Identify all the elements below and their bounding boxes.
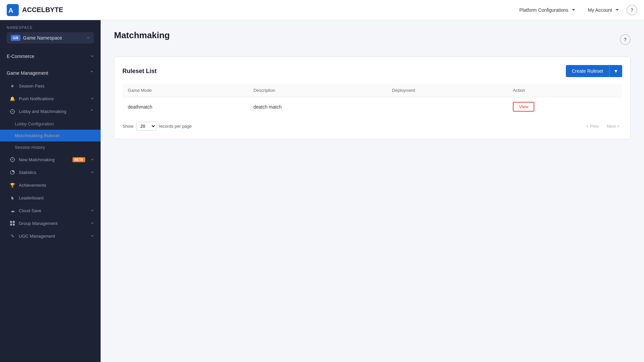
svg-rect-17	[10, 224, 12, 226]
chevron-down-icon	[615, 9, 619, 11]
create-ruleset-dropdown-arrow[interactable]: ▼	[609, 65, 622, 77]
main-content: Matchmaking ? Ruleset List Create Rulese…	[101, 20, 644, 362]
star-icon: ★	[9, 83, 15, 89]
ecommerce-section: E-Commerce	[0, 50, 101, 62]
page-help-button[interactable]: ?	[620, 34, 631, 45]
ruleset-card: Ruleset List Create Ruleset ▼ Game Mode …	[114, 57, 631, 139]
svg-rect-15	[10, 221, 12, 223]
cell-description: deatch match	[248, 97, 386, 117]
sidebar-item-ugc-management[interactable]: ✎ UGC Management	[0, 230, 101, 242]
cell-game-mode: deathmatch	[122, 97, 248, 117]
card-header: Ruleset List Create Ruleset ▼	[122, 65, 622, 77]
sidebar-item-season-pass[interactable]: ★ Season Pass	[0, 79, 101, 92]
cloud-icon: ☁	[9, 207, 15, 214]
sidebar-item-statistics[interactable]: Statistics	[0, 166, 101, 179]
chevron-down-icon	[91, 172, 94, 173]
chevron-down-icon	[91, 223, 94, 224]
chevron-down-icon	[572, 9, 575, 11]
topnav-right: Platform Configurations My Account ?	[514, 4, 637, 16]
prev-button[interactable]: < Prev	[583, 122, 601, 130]
game-management-section: Game Management ⌃ ★ Season Pass 🔔 Push N…	[0, 66, 101, 242]
my-account-dropdown[interactable]: My Account	[583, 4, 624, 16]
sidebar-item-lobby-config[interactable]: Lobby Configuration	[0, 118, 101, 130]
pie-icon	[9, 169, 15, 175]
table-row: deathmatch deatch match View	[122, 97, 622, 117]
sidebar-item-achievements[interactable]: 🏆 Achievements	[0, 179, 101, 191]
card-title: Ruleset List	[122, 68, 157, 75]
grid-icon	[9, 220, 15, 226]
chevron-down-icon	[91, 235, 94, 237]
chevron-down-icon	[91, 159, 94, 161]
chevron-down-icon	[91, 98, 94, 100]
sidebar-item-matchmaking-ruleset[interactable]: Matchmaking Ruleset	[0, 130, 101, 141]
col-description: Description	[248, 84, 386, 97]
bell-icon: 🔔	[9, 96, 15, 102]
crosshair2-icon	[9, 157, 15, 163]
view-button[interactable]: View	[513, 102, 534, 112]
platform-config-dropdown[interactable]: Platform Configurations	[514, 4, 580, 16]
logo-icon: A	[7, 4, 19, 16]
create-ruleset-button[interactable]: Create Ruleset ▼	[566, 65, 622, 77]
logo-text: ACCELBYTE	[22, 6, 63, 14]
sidebar-item-group-management[interactable]: Group Management	[0, 217, 101, 230]
logo[interactable]: A ACCELBYTE	[7, 4, 63, 16]
sidebar-item-game-management[interactable]: Game Management ⌃	[0, 66, 101, 79]
sidebar-item-ecommerce[interactable]: E-Commerce	[0, 50, 101, 62]
pagination-nav: < Prev Next >	[583, 122, 622, 130]
svg-rect-18	[13, 224, 15, 226]
sidebar: NAMESPACE GN Game Namespace E-Commerce G…	[0, 20, 101, 362]
col-deployment: Deployment	[387, 84, 508, 97]
svg-rect-16	[13, 221, 15, 223]
layout: NAMESPACE GN Game Namespace E-Commerce G…	[0, 20, 644, 362]
table-header: Game Mode Description Deployment Action	[122, 84, 622, 97]
beta-badge: BETA	[72, 157, 85, 162]
chevron-down-icon	[91, 56, 94, 57]
cell-action: View	[507, 97, 622, 117]
chevron-down-icon	[91, 210, 94, 212]
sidebar-item-lobby-matchmaking[interactable]: Lobby and Matchmaking ⌃	[0, 105, 101, 118]
namespace-selector[interactable]: GN Game Namespace	[7, 32, 94, 44]
crown-icon: ♞	[9, 195, 15, 201]
ruleset-table: Game Mode Description Deployment Action …	[122, 84, 622, 116]
sidebar-item-new-matchmaking[interactable]: New Matchmaking BETA	[0, 153, 101, 166]
pagination-row: Show 102050100 records per page < Prev N…	[122, 122, 622, 131]
svg-point-13	[12, 159, 13, 160]
svg-point-7	[12, 111, 13, 112]
page-title: Matchmaking	[114, 30, 170, 41]
namespace-chevron-icon	[87, 37, 90, 39]
crosshair-icon	[9, 109, 15, 115]
svg-text:A: A	[8, 7, 13, 14]
sidebar-item-push-notifications[interactable]: 🔔 Push Notifications	[0, 92, 101, 105]
show-label: Show	[122, 124, 133, 129]
trophy-icon: 🏆	[9, 182, 15, 188]
table-body: deathmatch deatch match View	[122, 97, 622, 117]
topnav: A ACCELBYTE Platform Configurations My A…	[0, 0, 644, 20]
namespace-label: NAMESPACE	[7, 25, 94, 29]
records-per-page-label: records per page	[159, 124, 192, 129]
per-page-select[interactable]: 102050100	[136, 122, 156, 131]
sidebar-item-leaderboard[interactable]: ♞ Leaderboard	[0, 191, 101, 204]
cell-deployment	[387, 97, 508, 117]
col-game-mode: Game Mode	[122, 84, 248, 97]
namespace-badge: GN	[11, 35, 20, 41]
edit-icon: ✎	[9, 233, 15, 239]
namespace-section: NAMESPACE GN Game Namespace	[0, 20, 101, 46]
sidebar-item-session-history[interactable]: Session History	[0, 141, 101, 153]
namespace-name: Game Namespace	[23, 35, 83, 41]
show-row: Show 102050100 records per page	[122, 122, 192, 131]
next-button[interactable]: Next >	[604, 122, 622, 130]
sidebar-item-cloud-save[interactable]: ☁ Cloud Save	[0, 204, 101, 217]
topnav-help-button[interactable]: ?	[627, 5, 637, 15]
col-action: Action	[507, 84, 622, 97]
